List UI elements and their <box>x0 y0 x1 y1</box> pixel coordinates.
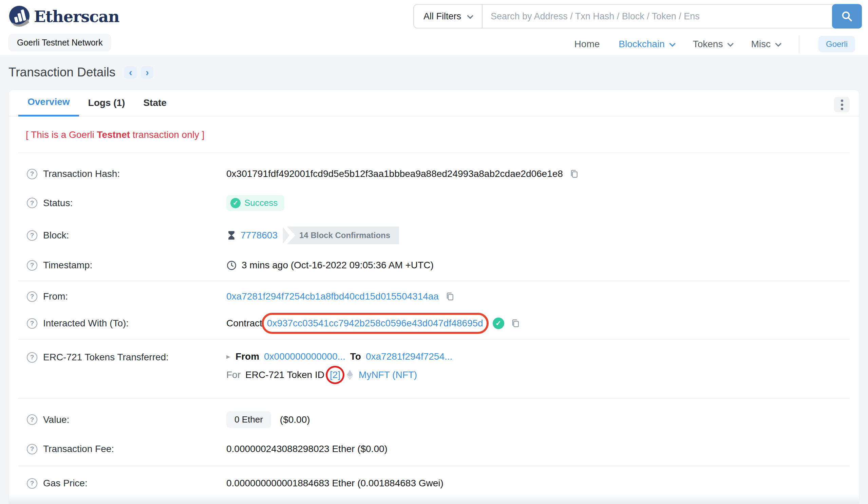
row-from: ? From: 0xa7281f294f7254cb1a8fbd40cd15d0… <box>18 283 850 310</box>
help-icon[interactable]: ? <box>27 414 37 425</box>
overview-panel: [ This is a Goerli Testnet transaction o… <box>9 117 859 504</box>
row-transaction-hash: ? Transaction Hash: 0x301791fdf492001fcd… <box>18 161 850 187</box>
row-value: ? Value: 0 Ether ($0.00) <box>18 403 850 436</box>
site-header: Etherscan Goerli Testnet Network All Fil… <box>0 0 868 55</box>
search-bar: All Filters <box>413 4 862 29</box>
block-number-link[interactable]: 7778603 <box>240 230 278 241</box>
help-icon[interactable]: ? <box>27 291 37 302</box>
contract-prefix: Contract <box>226 318 262 329</box>
etherscan-logo-icon <box>9 6 31 28</box>
transaction-card: Overview Logs (1) State [ This is a Goer… <box>9 90 859 504</box>
search-icon <box>841 10 853 22</box>
search-input[interactable] <box>483 5 833 28</box>
help-icon[interactable]: ? <box>27 478 37 489</box>
chevron-down-icon <box>727 40 734 47</box>
collapse-arrow-icon[interactable]: ▸ <box>226 352 230 361</box>
help-icon[interactable]: ? <box>27 318 37 329</box>
erc721-transfer-line: ▸ From 0x000000000000... To 0xa7281f294f… <box>226 351 850 362</box>
row-interacted-with: ? Interacted With (To): Contract 0x937cc… <box>18 310 850 337</box>
hourglass-icon <box>226 230 237 241</box>
token-id-link[interactable]: [2] <box>330 370 340 380</box>
search-button[interactable] <box>832 4 862 29</box>
verified-check-icon: ✓ <box>493 317 504 329</box>
etherscan-transaction-page: Etherscan Goerli Testnet Network All Fil… <box>0 0 868 504</box>
value-badge: 0 Ether <box>226 411 271 428</box>
row-group-summary: ? Transaction Hash: 0x301791fdf492001fcd… <box>18 153 850 281</box>
network-badge: Goerli Testnet Network <box>9 34 111 51</box>
row-erc721-transfers: ? ERC-721 Tokens Transferred: ▸ From 0x0… <box>18 351 850 380</box>
block-confirmations-badge: 14 Block Confirmations <box>283 226 399 244</box>
row-group-tokens: ? ERC-721 Tokens Transferred: ▸ From 0x0… <box>18 340 850 398</box>
row-group-addresses: ? From: 0xa7281f294f7254cb1a8fbd40cd15d0… <box>18 281 850 339</box>
chevron-down-icon <box>669 40 675 47</box>
row-status: ? Status: ✓ Success <box>18 187 850 219</box>
transaction-fee-value: 0.000000243088298023 Ether ($0.00) <box>226 444 388 454</box>
viewport-fade <box>9 494 859 504</box>
from-address-link[interactable]: 0xa7281f294f7254cb1a8fbd40cd15d015504314… <box>226 291 439 302</box>
page-title-row: Transaction Details ‹ › <box>0 55 868 90</box>
nav-misc[interactable]: Misc <box>751 39 780 50</box>
main-nav: Home Blockchain Tokens Misc Goerli <box>575 35 855 53</box>
status-badge: ✓ Success <box>226 195 285 211</box>
next-transaction-button[interactable]: › <box>141 66 153 79</box>
copy-icon[interactable] <box>569 169 579 179</box>
logo-text: Etherscan <box>34 8 119 26</box>
etherscan-logo[interactable]: Etherscan <box>9 6 119 28</box>
chevron-down-icon <box>775 40 781 47</box>
help-icon[interactable]: ? <box>27 230 37 241</box>
erc721-token-line: For ERC-721 Token ID [2] MyNFT (NFT) <box>226 370 850 380</box>
help-icon[interactable]: ? <box>27 260 37 271</box>
token-name-link[interactable]: MyNFT (NFT) <box>359 370 417 380</box>
transaction-hash-value: 0x301791fdf492001fcd9d5e5b12f3aa1bbbea9a… <box>226 169 563 179</box>
tab-logs[interactable]: Logs (1) <box>79 90 134 116</box>
help-icon[interactable]: ? <box>27 352 37 363</box>
value-usd: ($0.00) <box>280 414 310 425</box>
help-icon[interactable]: ? <box>27 198 37 208</box>
chevron-down-icon <box>467 12 473 19</box>
tab-overview[interactable]: Overview <box>18 89 79 117</box>
check-circle-icon: ✓ <box>230 198 240 208</box>
badge-arrow-shape <box>283 227 289 243</box>
help-icon[interactable]: ? <box>27 169 37 179</box>
timestamp-value: 3 mins ago (Oct-16-2022 09:05:36 AM +UTC… <box>241 260 434 271</box>
copy-icon[interactable] <box>445 291 455 302</box>
contract-address-link[interactable]: 0x937cc03541cc7942b258c0596e43d047df4869… <box>267 318 483 329</box>
more-options-button[interactable] <box>834 97 850 112</box>
nav-blockchain[interactable]: Blockchain <box>619 39 674 50</box>
tab-bar: Overview Logs (1) State <box>9 90 859 117</box>
nav-home[interactable]: Home <box>575 39 600 50</box>
prev-transaction-button[interactable]: ‹ <box>124 66 137 79</box>
row-group-value: ? Value: 0 Ether ($0.00) ? Transaction F… <box>18 399 850 466</box>
copy-icon[interactable] <box>510 318 520 329</box>
gas-price-value: 0.000000000001884683 Ether (0.001884683 … <box>226 478 444 489</box>
row-gas-price: ? Gas Price: 0.000000000001884683 Ether … <box>18 474 850 494</box>
network-switch-button[interactable]: Goerli <box>818 36 855 52</box>
row-block: ? Block: 7778603 14 Block Confirmations <box>18 219 850 252</box>
help-icon[interactable]: ? <box>27 444 37 454</box>
clock-icon <box>226 260 237 271</box>
tab-state[interactable]: State <box>134 90 175 116</box>
row-timestamp: ? Timestamp: 3 mins ago (Oct-16-2022 09:… <box>18 252 850 279</box>
nav-divider <box>799 35 799 53</box>
ethereum-icon <box>347 370 353 380</box>
nav-tokens[interactable]: Tokens <box>693 39 732 50</box>
row-group-gas: ? Gas Price: 0.000000000001884683 Ether … <box>18 466 850 504</box>
row-transaction-fee: ? Transaction Fee: 0.000000243088298023 … <box>18 436 850 462</box>
search-filter-label: All Filters <box>423 11 461 22</box>
page-title: Transaction Details <box>9 65 115 80</box>
erc721-to-address-link[interactable]: 0xa7281f294f7254... <box>366 351 452 362</box>
search-filter-dropdown[interactable]: All Filters <box>414 5 482 28</box>
erc721-from-address-link[interactable]: 0x000000000000... <box>264 351 345 362</box>
testnet-warning: [ This is a Goerli Testnet transaction o… <box>18 117 850 152</box>
